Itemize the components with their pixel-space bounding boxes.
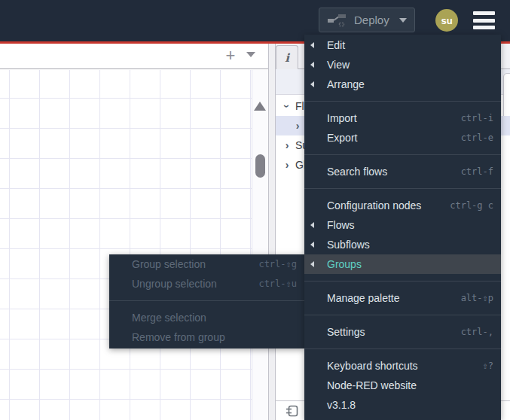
submenu-item-remove-from-group: Remove from group (109, 327, 304, 347)
menu-item-manage-palette[interactable]: Manage palette alt-⇧p (304, 288, 501, 308)
main-menu: Edit View Arrange Import ctrl-i Export c… (304, 35, 501, 420)
menu-separator (109, 300, 304, 301)
menu-separator (304, 101, 501, 102)
menu-separator (304, 348, 501, 349)
groups-submenu: Group selection ctrl-⇧g Ungroup selectio… (109, 254, 304, 348)
menu-separator (304, 281, 501, 282)
menu-item-shortcut: ctrl-, (461, 327, 493, 337)
menu-item-subflows[interactable]: Subflows (304, 235, 501, 254)
deploy-caret-icon[interactable] (399, 18, 407, 23)
menu-item-keyboard-shortcuts[interactable]: Keyboard shortcuts ⇧? (304, 356, 501, 376)
flow-workspace: + (0, 44, 268, 420)
menu-item-label: Configuration nodes (327, 199, 421, 212)
sidebar-tab-info-i[interactable]: i (276, 45, 298, 69)
submenu-arrow-icon (310, 222, 314, 228)
chevron-right-icon[interactable]: › (282, 159, 292, 171)
canvas-scrollbar[interactable] (252, 70, 268, 420)
menu-item-node-red-website[interactable]: Node-RED website (304, 376, 501, 395)
menu-item-shortcut: ctrl-e (461, 132, 493, 143)
user-avatar[interactable]: su (435, 9, 458, 32)
menu-item-export[interactable]: Export ctrl-e (304, 128, 501, 148)
chevron-right-icon[interactable]: › (292, 120, 303, 132)
menu-item-label: Remove from group (132, 331, 225, 343)
menu-item-import[interactable]: Import ctrl-i (304, 108, 501, 128)
deploy-button[interactable]: Deploy (319, 8, 415, 32)
menu-item-label: Node-RED website (327, 379, 417, 391)
scroll-up-icon[interactable] (254, 102, 266, 111)
submenu-arrow-icon (310, 242, 314, 248)
menu-item-settings[interactable]: Settings ctrl-, (304, 322, 501, 342)
menu-separator (304, 188, 501, 189)
menu-item-label: v3.1.8 (327, 399, 356, 411)
menu-item-label: Search flows (327, 166, 387, 178)
menu-item-edit[interactable]: Edit (304, 35, 501, 55)
submenu-arrow-icon (310, 81, 314, 87)
add-flow-button[interactable]: + (220, 45, 241, 66)
submenu-arrow-icon (310, 261, 314, 267)
menu-item-shortcut: ctrl-g c (450, 200, 493, 211)
menu-item-v3.1.8[interactable]: v3.1.8 (304, 395, 501, 415)
menu-item-label: Settings (327, 326, 365, 338)
menu-item-view[interactable]: View (304, 55, 501, 75)
menu-item-label: View (327, 59, 350, 71)
menu-item-label: Keyboard shortcuts (327, 360, 418, 372)
node-icon[interactable] (286, 404, 299, 418)
menu-item-shortcut: ctrl-f (461, 166, 493, 177)
flow-list-caret-icon[interactable] (246, 52, 255, 57)
menu-item-groups[interactable]: Groups (304, 254, 501, 274)
submenu-item-ungroup-selection: Ungroup selection ctrl-⇧u (109, 274, 304, 294)
menu-item-label: Group selection (132, 258, 206, 270)
menu-item-label: Ungroup selection (132, 278, 217, 290)
submenu-arrow-icon (310, 62, 314, 68)
submenu-item-group-selection: Group selection ctrl-⇧g (109, 254, 304, 274)
sidebar-splitter[interactable] (268, 44, 276, 420)
submenu-item-merge-selection: Merge selection (109, 308, 304, 327)
menu-item-arrange[interactable]: Arrange (304, 75, 501, 94)
scrollbar-thumb[interactable] (255, 154, 265, 178)
menu-item-label: Groups (327, 258, 362, 270)
info-icon: i (285, 51, 289, 65)
menu-item-label: Merge selection (132, 312, 206, 324)
menu-item-label: Arrange (327, 78, 365, 90)
submenu-arrow-icon (310, 42, 314, 48)
menu-item-shortcut: alt-⇧p (461, 293, 493, 303)
menu-item-label: Export (327, 132, 357, 144)
deploy-label: Deploy (354, 14, 389, 26)
hamburger-menu-icon[interactable] (473, 11, 495, 29)
menu-item-shortcut: ctrl-⇧g (258, 259, 297, 269)
workspace-tab-bar: + (0, 44, 268, 69)
menu-item-search-flows[interactable]: Search flows ctrl-f (304, 162, 501, 181)
menu-item-label: Edit (327, 39, 345, 51)
flow-canvas[interactable] (0, 70, 268, 420)
menu-item-shortcut: ⇧? (483, 361, 493, 371)
menu-item-label: Import (327, 112, 357, 124)
menu-item-label: Subflows (327, 239, 370, 251)
menu-item-flows[interactable]: Flows (304, 215, 501, 235)
menu-separator (304, 154, 501, 155)
menu-item-shortcut: ctrl-i (461, 113, 493, 123)
menu-separator (304, 315, 501, 315)
node-red-editor: + i i › Flo (0, 0, 510, 420)
deploy-icon (327, 13, 347, 28)
menu-item-shortcut: ctrl-⇧u (258, 278, 297, 289)
menu-item-configuration-nodes[interactable]: Configuration nodes ctrl-g c (304, 196, 501, 215)
menu-item-label: Flows (327, 219, 355, 231)
chevron-right-icon[interactable]: › (282, 139, 292, 151)
menu-item-label: Manage palette (327, 292, 400, 304)
chevron-down-icon[interactable]: › (281, 101, 293, 111)
